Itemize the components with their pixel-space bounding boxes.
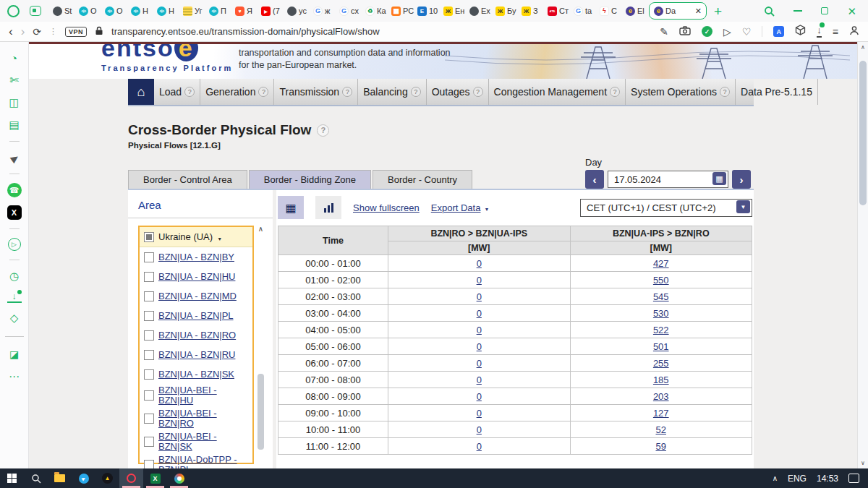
translate-icon[interactable]	[773, 26, 784, 37]
nav-home-button[interactable]	[128, 79, 154, 105]
profile-icon[interactable]	[849, 25, 859, 38]
scroll-up-icon[interactable]: ∧	[858, 44, 868, 51]
entsoe-logo-block[interactable]: entsoe Transparency Platform	[29, 44, 246, 79]
calendar-icon[interactable]	[712, 172, 726, 185]
checkbox[interactable]	[144, 460, 154, 468]
nav-item[interactable]: Load	[154, 79, 200, 105]
url-text[interactable]: transparency.entsoe.eu/transmission-doma…	[111, 26, 379, 37]
value-link[interactable]: 0	[477, 391, 482, 402]
browser-tab[interactable]: Ка	[362, 0, 388, 22]
nav-item[interactable]: Outages	[427, 79, 489, 105]
select-dropdown-icon[interactable]	[736, 200, 750, 213]
value-link[interactable]: 59	[656, 441, 666, 452]
page-scrollbar[interactable]: ∧ ∨	[857, 42, 868, 468]
value-link[interactable]: 0	[477, 374, 482, 385]
value-link[interactable]: 0	[477, 308, 482, 319]
area-link[interactable]: BZN|UA - BZN|RU	[158, 350, 235, 360]
value-link[interactable]: 0	[477, 291, 482, 302]
value-link[interactable]: 0	[477, 441, 482, 452]
value-link[interactable]: 0	[477, 408, 482, 419]
downloads-icon[interactable]: ↓	[817, 25, 822, 37]
browser-tab[interactable]: Da ✕	[649, 2, 707, 20]
area-link[interactable]: BZN|UA-DobTPP - BZN|PL	[158, 455, 248, 468]
send-to-device-icon[interactable]: ▷	[723, 27, 731, 37]
sidebar-icon[interactable]	[7, 73, 22, 87]
taskbar-search-icon[interactable]	[24, 468, 48, 488]
chart-view-button[interactable]	[315, 196, 341, 219]
value-link[interactable]: 0	[477, 258, 482, 269]
area-item[interactable]: BZN|UA-BEI - BZN|SK	[140, 430, 252, 453]
browser-tab[interactable]: Я	[232, 0, 258, 22]
checkbox[interactable]	[144, 291, 154, 301]
tab-close-icon[interactable]: ✕	[695, 7, 702, 16]
triangle-app-icon[interactable]	[95, 468, 119, 488]
area-item[interactable]: BZN|UA-BEI - BZN|RO	[140, 407, 252, 430]
language-indicator[interactable]: ENG	[788, 474, 807, 484]
value-link[interactable]: 545	[653, 291, 669, 302]
back-button[interactable]: ‹	[9, 25, 13, 38]
sidebar-icon[interactable]	[8, 238, 21, 251]
nav-item[interactable]: Balancing	[358, 79, 427, 105]
browser-tab[interactable]: ус	[284, 0, 310, 22]
browser-tab[interactable]: ta	[571, 0, 597, 22]
area-link[interactable]: BZN|UA - BZN|PL	[158, 311, 234, 321]
nav-item[interactable]: Generation	[200, 79, 274, 105]
maximize-button[interactable]	[821, 7, 828, 14]
browser-tab[interactable]: ж	[310, 0, 336, 22]
help-icon[interactable]	[258, 87, 268, 97]
browser-tab[interactable]: С	[597, 0, 623, 22]
scrollbar-thumb[interactable]	[258, 374, 264, 450]
notification-center-icon[interactable]	[848, 474, 859, 483]
scroll-down-icon[interactable]: ∨	[858, 460, 868, 466]
browser-tab[interactable]: El	[623, 0, 649, 22]
sidebar-icon[interactable]	[7, 269, 22, 283]
minimize-button[interactable]	[793, 10, 802, 12]
browser-tab[interactable]: (7	[258, 0, 284, 22]
show-fullscreen-link[interactable]: Show fullscreen	[353, 202, 420, 213]
help-icon[interactable]	[610, 87, 620, 97]
sidebar-icon[interactable]	[7, 347, 22, 361]
value-link[interactable]: 0	[477, 275, 482, 286]
excel-taskbar-icon[interactable]	[143, 468, 167, 488]
bookmark-heart-icon[interactable]: ♡	[742, 27, 752, 37]
area-link[interactable]: BZN|UA - BZN|RO	[158, 330, 236, 341]
view-tab[interactable]: Border - Bidding Zone	[249, 170, 371, 189]
sidebar-icon[interactable]	[7, 173, 22, 175]
scrollbar-thumb[interactable]	[859, 61, 867, 205]
new-tab-button[interactable]: +	[714, 4, 722, 18]
area-item[interactable]: BZN|UA - BZN|PL	[140, 306, 252, 325]
area-item[interactable]: BZN|UA - BZN|RO	[140, 325, 252, 345]
sidebar-icon[interactable]	[7, 259, 22, 261]
address-menu-icon[interactable]: ⋮	[49, 27, 57, 36]
value-link[interactable]: 427	[653, 258, 669, 269]
browser-tab[interactable]: Ст	[545, 0, 571, 22]
area-link[interactable]: BZN|UA-BEI - BZN|HU	[158, 385, 248, 406]
opera-taskbar-icon[interactable]	[119, 468, 143, 488]
help-icon[interactable]	[720, 87, 730, 97]
previous-day-button[interactable]: ‹	[585, 170, 604, 189]
area-link[interactable]: BZN|UA - BZN|MD	[158, 291, 237, 301]
checkbox[interactable]	[144, 369, 154, 380]
browser-tab[interactable]: Бу	[493, 0, 519, 22]
help-icon[interactable]	[473, 87, 483, 97]
close-window-button[interactable]: ✕	[847, 6, 856, 17]
value-link[interactable]: 185	[653, 374, 669, 385]
help-icon[interactable]	[411, 87, 421, 97]
help-icon[interactable]	[342, 87, 352, 97]
area-link[interactable]: BZN|UA-BEI - BZN|SK	[158, 432, 248, 452]
forward-button[interactable]: ›	[21, 25, 25, 38]
view-tab[interactable]: Border - Control Area	[128, 170, 247, 189]
help-icon[interactable]	[184, 87, 195, 97]
area-link[interactable]: BZN|UA - BZN|SK	[158, 369, 234, 380]
clock[interactable]: 14:53	[817, 474, 838, 484]
extension-cube-icon[interactable]	[795, 25, 806, 39]
checkbox[interactable]	[144, 232, 154, 242]
sidebar-icon[interactable]	[7, 228, 22, 230]
area-item[interactable]: BZN|UA - BZN|RU	[140, 345, 252, 364]
browser-tab[interactable]: 10	[414, 0, 441, 22]
value-link[interactable]: 0	[477, 358, 482, 369]
browser-tab[interactable]: O	[102, 0, 128, 22]
checkbox[interactable]	[144, 390, 154, 401]
share-edit-icon[interactable]: ✎	[660, 27, 668, 37]
settings-tune-icon[interactable]: ≡	[833, 27, 838, 37]
